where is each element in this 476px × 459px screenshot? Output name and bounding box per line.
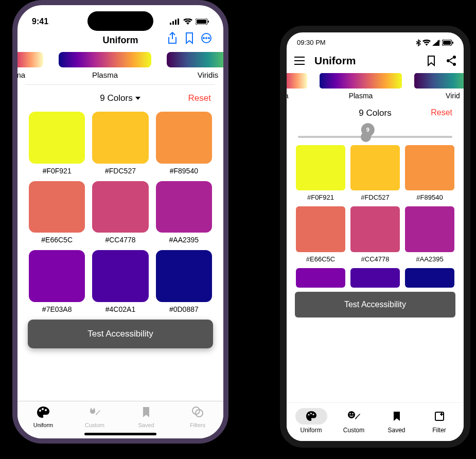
swatch[interactable]: [156, 112, 212, 164]
swatch[interactable]: [405, 206, 454, 252]
wifi-icon: [183, 19, 192, 25]
wifi-icon: [422, 40, 431, 46]
swatch-hex: #4C02A1: [92, 305, 148, 313]
svg-point-8: [203, 38, 204, 39]
swatch[interactable]: [92, 250, 148, 302]
palette-icon: [305, 411, 318, 422]
iphone-frame: 9:41 Uniform Magma Plasma Viridis: [12, 0, 228, 444]
tab-filter[interactable]: Filter: [418, 408, 461, 434]
svg-point-13: [45, 409, 47, 411]
swatch[interactable]: [350, 206, 400, 252]
colormap-strip-viridis[interactable]: [414, 73, 464, 89]
reset-button[interactable]: Reset: [188, 93, 211, 103]
tab-saved[interactable]: Saved: [120, 405, 172, 429]
menu-icon[interactable]: [294, 56, 305, 65]
swatch-hex: #F89540: [156, 167, 212, 175]
swatch-hex: #FDC527: [92, 167, 148, 175]
bluetooth-icon: [416, 39, 421, 46]
ios-title-bar: Uniform: [17, 31, 223, 52]
add-filter-icon: [434, 411, 445, 422]
page-title: Uniform: [314, 55, 417, 67]
svg-point-23: [453, 56, 456, 59]
swatch-hex: #AA2395: [156, 236, 212, 244]
swatch[interactable]: [29, 112, 85, 164]
signal-icon: 5G: [432, 40, 440, 46]
tab-custom[interactable]: Custom: [332, 408, 375, 434]
svg-rect-18: [443, 41, 451, 45]
swatch-hex: #CC4778: [350, 255, 400, 263]
swatch-hex: #0D0887: [156, 305, 212, 313]
tab-uniform[interactable]: Uniform: [290, 408, 332, 434]
swatch[interactable]: [405, 268, 454, 288]
tab-uniform[interactable]: Uniform: [17, 405, 69, 429]
colormap-label: gma: [287, 92, 307, 100]
colormap-scroll[interactable]: Magma Plasma Viridis: [17, 52, 223, 81]
home-indicator[interactable]: [84, 433, 156, 435]
swatch[interactable]: [296, 145, 345, 190]
swatch[interactable]: [156, 181, 212, 233]
svg-rect-3: [178, 19, 179, 25]
colormap-strip-plasma[interactable]: [320, 73, 402, 89]
swatch[interactable]: [92, 181, 148, 233]
swatch[interactable]: [29, 250, 85, 302]
swatch[interactable]: [350, 268, 400, 288]
colormap-label: Plasma: [320, 92, 402, 100]
svg-line-26: [450, 58, 453, 60]
bookmark-icon[interactable]: [427, 55, 436, 66]
swatch-hex: #CC4778: [92, 236, 148, 244]
tab-saved[interactable]: Saved: [375, 408, 418, 434]
swatch[interactable]: [29, 181, 85, 233]
colormap-strip-magma[interactable]: [287, 73, 307, 89]
android-navbar: Uniform Custom Saved Filter: [287, 402, 464, 441]
swatch[interactable]: [405, 145, 454, 190]
swatch-hex: #7E03A8: [29, 305, 85, 313]
colormap-label: Magma: [17, 70, 43, 79]
color-count-slider[interactable]: 9: [287, 121, 464, 145]
reset-button[interactable]: Reset: [431, 108, 452, 117]
test-accessibility-button[interactable]: Test Accessibility: [295, 292, 455, 317]
battery-icon: [196, 19, 209, 25]
page-title: Uniform: [103, 35, 138, 46]
bookmark-icon[interactable]: [185, 32, 194, 44]
share-icon[interactable]: [167, 32, 178, 44]
colormap-scroll[interactable]: gma Plasma Virid: [287, 73, 464, 102]
filters-icon: [190, 405, 205, 419]
battery-icon: [442, 40, 453, 46]
svg-point-11: [39, 410, 41, 412]
ios-status-time: 9:41: [32, 17, 48, 26]
dynamic-island: [87, 11, 153, 31]
tab-custom[interactable]: Custom: [69, 405, 120, 429]
swatch[interactable]: [350, 145, 400, 190]
mask-brush-icon: [87, 405, 102, 419]
android-status-time: 09:30 PM: [297, 39, 326, 46]
swatch[interactable]: [296, 206, 345, 252]
swatch[interactable]: [296, 268, 345, 288]
svg-rect-6: [208, 21, 209, 23]
svg-point-12: [42, 408, 44, 410]
swatch-hex: #AA2395: [405, 255, 454, 263]
tab-filters[interactable]: Filters: [172, 405, 223, 429]
colormap-label: Plasma: [59, 70, 151, 79]
share-icon[interactable]: [446, 55, 456, 66]
svg-point-33: [352, 413, 353, 414]
svg-point-9: [206, 38, 207, 39]
android-status-bar: 09:30 PM 5G: [287, 32, 464, 49]
svg-rect-1: [172, 21, 174, 25]
more-icon[interactable]: [201, 32, 212, 44]
swatch-hex: #E66C5C: [29, 236, 85, 244]
colormap-strip-viridis[interactable]: [167, 52, 223, 67]
swatch-hex: #FDC527: [350, 193, 400, 201]
svg-rect-0: [170, 23, 171, 25]
colormap-label: Viridis: [167, 70, 223, 79]
swatch[interactable]: [92, 112, 148, 164]
svg-point-28: [308, 414, 309, 415]
swatch[interactable]: [156, 250, 212, 302]
svg-point-10: [208, 38, 209, 39]
colormap-strip-plasma[interactable]: [59, 52, 151, 67]
colormap-strip-magma[interactable]: [17, 52, 43, 67]
svg-point-29: [310, 413, 311, 414]
color-count-picker[interactable]: 9 Colors: [100, 93, 140, 103]
test-accessibility-button[interactable]: Test Accessibility: [28, 320, 213, 348]
svg-rect-19: [452, 42, 453, 44]
slider-thumb[interactable]: [361, 132, 371, 142]
